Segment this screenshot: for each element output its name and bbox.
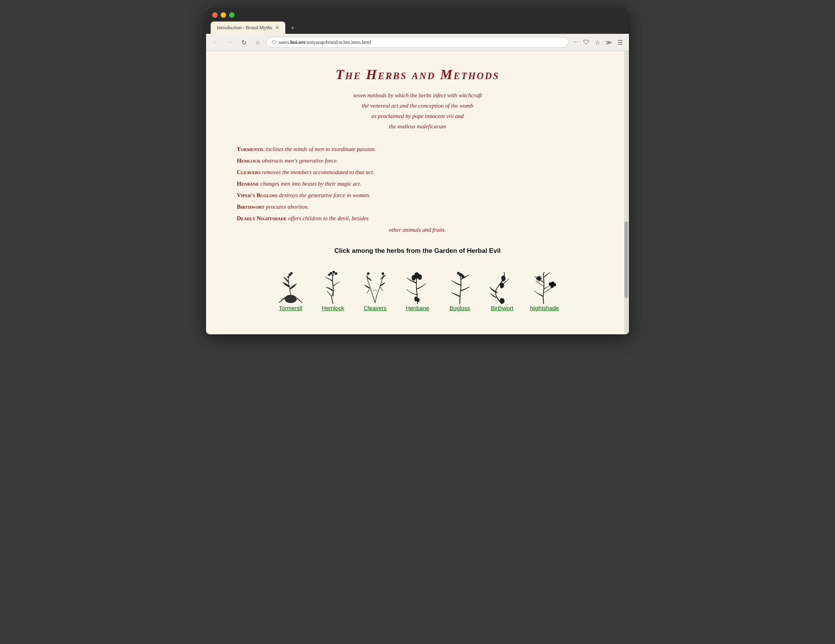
henbane-illustration bbox=[402, 270, 433, 305]
herb-item-hemlock: Hemlock obstructs men's generative force… bbox=[237, 155, 606, 166]
subtitle-line-2: the venereal act and the conception of t… bbox=[229, 101, 606, 111]
forward-button[interactable]: → bbox=[225, 37, 235, 48]
tab-bar: Introduction - Brutal Myths ✕ + bbox=[211, 22, 624, 34]
tormentil-illustration bbox=[275, 270, 306, 305]
herb-item-cleavers: Cleavers removes the members accommodate… bbox=[237, 166, 606, 178]
tab-close-icon[interactable]: ✕ bbox=[275, 25, 279, 31]
herb-item-tormentil: Tormentil inclines the minds of men to i… bbox=[237, 143, 606, 155]
herb-desc-hemlock: obstructs men's generative force. bbox=[262, 158, 338, 164]
click-instruction: Click among the herbs from the Garden of… bbox=[229, 247, 606, 255]
page-title: The Herbs and Methods bbox=[229, 66, 606, 83]
menu-icon[interactable]: ☰ bbox=[616, 37, 624, 48]
herb-desc-nightshade: offers children to the devil, besides bbox=[288, 215, 368, 221]
home-button[interactable]: ⌂ bbox=[252, 37, 263, 48]
browser-window: Introduction - Brutal Myths ✕ + ← → ↻ ⌂ … bbox=[206, 8, 629, 334]
herb-desc-birthwort: procures abortion. bbox=[266, 204, 309, 210]
svg-point-18 bbox=[500, 298, 504, 304]
svg-point-8 bbox=[367, 272, 369, 275]
herb-name-nightshade: Deadly Nightshade bbox=[237, 215, 287, 221]
svg-point-11 bbox=[412, 275, 416, 281]
toolbar-icons: ··· 🛡 ☆ ≫ ☰ bbox=[572, 37, 624, 48]
address-bar[interactable]: 🛡 users.lmi.net/sonyarap/brutal/sr.bm.in… bbox=[266, 37, 569, 48]
herb-figure-hemlock[interactable]: Hemlock bbox=[318, 270, 348, 311]
extensions-icon[interactable]: ≫ bbox=[604, 37, 614, 48]
herb-list: Tormentil inclines the minds of men to i… bbox=[237, 143, 606, 236]
scrollbar[interactable] bbox=[624, 51, 629, 334]
birthwort-illustration bbox=[487, 270, 517, 305]
hemlock-illustration bbox=[318, 270, 348, 305]
herb-desc-henbane: changes men into beasts by their magic a… bbox=[260, 181, 361, 187]
bookmark-icon[interactable]: ☆ bbox=[593, 37, 602, 48]
subtitle-line-1: seven methods by which the herbs infect … bbox=[229, 90, 606, 101]
page-subtitle: seven methods by which the herbs infect … bbox=[229, 90, 606, 132]
pocket-icon[interactable]: 🛡 bbox=[582, 37, 591, 47]
url-display: users.lmi.net/sonyarap/brutal/sr.bm.intr… bbox=[279, 39, 563, 45]
herb-desc-cleavers: removes the members accommodated to that… bbox=[262, 169, 374, 175]
herb-item-birthwort: Birthwort procures abortion. bbox=[237, 201, 606, 212]
herb-name-birthwort: Birthwort bbox=[237, 204, 264, 210]
nightshade-link[interactable]: Nightshade bbox=[530, 305, 559, 311]
reload-button[interactable]: ↻ bbox=[238, 37, 249, 48]
url-domain: lmi.net bbox=[290, 39, 305, 45]
close-button[interactable] bbox=[212, 12, 218, 18]
herb-name-cleavers: Cleavers bbox=[237, 169, 260, 175]
herb-name-hemlock: Hemlock bbox=[237, 158, 261, 164]
page-content: The Herbs and Methods seven methods by w… bbox=[206, 51, 629, 334]
herb-item-bugloss: Viper's Bugloss destroys the generative … bbox=[237, 189, 606, 201]
herb-figure-henbane[interactable]: Henbane bbox=[402, 270, 433, 311]
svg-point-12 bbox=[418, 274, 422, 280]
active-tab[interactable]: Introduction - Brutal Myths ✕ bbox=[211, 22, 285, 34]
svg-point-17 bbox=[462, 275, 464, 278]
traffic-lights bbox=[211, 12, 624, 18]
herb-desc-bugloss: destroys the generative force in women. bbox=[279, 192, 371, 198]
url-path: /sonyarap/brutal/sr.bm.intro.html bbox=[305, 39, 371, 45]
svg-point-3 bbox=[291, 272, 293, 274]
herb-desc-tormentil: inclines the minds of men to inordinate … bbox=[266, 146, 376, 152]
hemlock-link[interactable]: Hemlock bbox=[322, 305, 344, 311]
tormentil-link[interactable]: Tormentil bbox=[279, 305, 303, 311]
herb-item-henbane: Henbane changes men into beasts by their… bbox=[237, 178, 606, 189]
url-prefix: users. bbox=[279, 39, 290, 45]
scrollbar-thumb[interactable] bbox=[624, 221, 628, 298]
browser-toolbar: ← → ↻ ⌂ 🛡 users.lmi.net/sonyarap/brutal/… bbox=[206, 34, 629, 51]
herb-figure-bugloss[interactable]: Bugloss bbox=[444, 270, 475, 311]
bugloss-illustration bbox=[444, 270, 475, 305]
browser-chrome: Introduction - Brutal Myths ✕ + bbox=[206, 8, 629, 34]
maximize-button[interactable] bbox=[229, 12, 235, 18]
tab-title: Introduction - Brutal Myths bbox=[217, 25, 272, 31]
svg-point-16 bbox=[457, 272, 459, 274]
more-button[interactable]: ··· bbox=[572, 37, 579, 47]
herb-figure-birthwort[interactable]: Birthwort bbox=[487, 270, 517, 311]
security-icon: 🛡 bbox=[272, 40, 276, 45]
browser-content-wrapper: The Herbs and Methods seven methods by w… bbox=[206, 51, 629, 334]
herb-figure-tormentil[interactable]: Tormentil bbox=[275, 270, 306, 311]
svg-point-9 bbox=[382, 272, 384, 275]
herb-figure-nightshade[interactable]: Nightshade bbox=[529, 270, 560, 311]
subtitle-line-3: as proclaimed by pope innocent viii and bbox=[229, 111, 606, 121]
birthwort-link[interactable]: Birthwort bbox=[491, 305, 513, 311]
bugloss-link[interactable]: Bugloss bbox=[449, 305, 470, 311]
herb-name-tormentil: Tormentil bbox=[237, 146, 264, 152]
herb-figure-cleavers[interactable]: Cleavers bbox=[360, 270, 391, 311]
herb-gallery: Tormentil bbox=[229, 270, 606, 311]
cleavers-link[interactable]: Cleavers bbox=[364, 305, 386, 311]
henbane-link[interactable]: Henbane bbox=[406, 305, 429, 311]
herb-item-nightshade: Deadly Nightshade offers children to the… bbox=[237, 212, 606, 236]
back-button[interactable]: ← bbox=[211, 37, 221, 48]
new-tab-button[interactable]: + bbox=[287, 23, 298, 34]
svg-point-22 bbox=[549, 282, 552, 285]
herb-desc-nightshade-2: other animals and fruits. bbox=[229, 224, 606, 236]
herb-name-henbane: Henbane bbox=[237, 181, 259, 187]
svg-point-14 bbox=[417, 298, 419, 302]
subtitle-line-4: the malleus maleficarum bbox=[229, 121, 606, 132]
minimize-button[interactable] bbox=[221, 12, 226, 18]
svg-point-2 bbox=[288, 276, 289, 278]
cleavers-illustration bbox=[360, 270, 391, 305]
nightshade-illustration bbox=[529, 270, 560, 305]
herb-name-bugloss: Viper's Bugloss bbox=[237, 192, 278, 198]
